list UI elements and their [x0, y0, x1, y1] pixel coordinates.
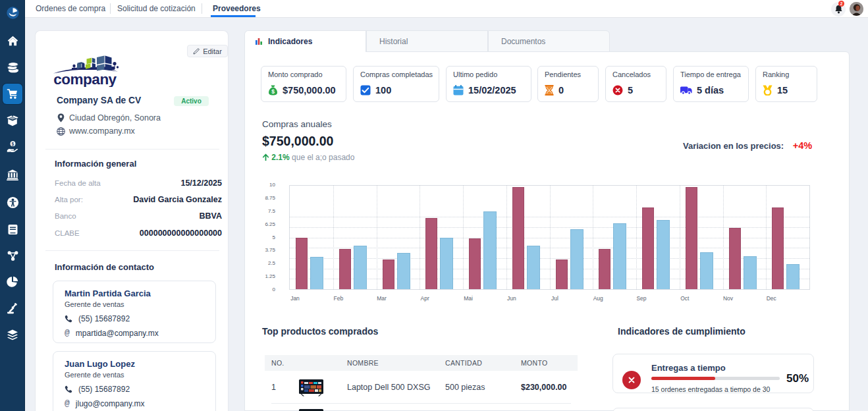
svg-text:$: $	[271, 88, 275, 95]
svg-text:$: $	[12, 142, 14, 147]
svg-text:company: company	[53, 71, 117, 87]
